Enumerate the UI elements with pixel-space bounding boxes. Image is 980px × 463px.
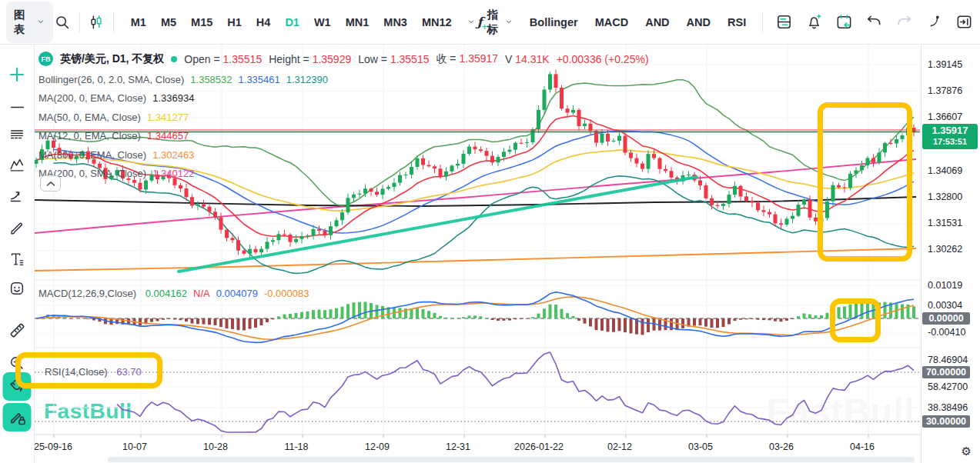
fx-icon: ƒ+	[477, 15, 483, 29]
pointer-tool-icon[interactable]	[924, 12, 944, 32]
macd-legend-value: N/A	[193, 288, 210, 299]
fastbull-logo-watermark: FastBull	[44, 399, 132, 424]
indicator-shortcut-rsi-4[interactable]: RSI	[727, 16, 746, 28]
legend-row-0[interactable]: Bollinger(26, 0, 2.0, SMA, Close)1.35853…	[38, 74, 328, 85]
search-icon[interactable]	[53, 12, 71, 32]
legend-row-1[interactable]: MA(200, 0, EMA, Close)1.336934	[38, 92, 194, 104]
pattern-tool-icon[interactable]	[4, 152, 30, 178]
indicator-shortcuts: BollingerMACDANDANDRSI	[521, 16, 754, 28]
chevron-up-icon	[46, 181, 55, 187]
channels-tool-icon[interactable]	[4, 122, 30, 148]
date-label: 2026-01-22	[514, 441, 564, 452]
ruler-tool-icon[interactable]	[4, 317, 30, 343]
axis-label: 0.01019	[928, 280, 962, 291]
legend-row-2[interactable]: MA(50, 0, EMA, Close)1.341277	[38, 112, 189, 123]
legend-row-3[interactable]: MA(12, 0, EMA, Close)1.344657	[38, 130, 189, 142]
timeframe-m1[interactable]: M1	[131, 16, 146, 28]
rsi-legend-name: RSI(14,Close)	[45, 366, 108, 378]
timeframe-h1[interactable]: H1	[227, 16, 242, 28]
axis-level-badge: 70.00000	[922, 366, 970, 378]
market-open-dot-icon	[171, 56, 177, 62]
toolbar-divider	[113, 12, 114, 32]
trend-arrow-tool-icon[interactable]	[4, 183, 30, 209]
date-label: 10-07	[122, 441, 147, 452]
chart-menu-label: 图表	[14, 8, 32, 37]
date-label: 11-18	[284, 441, 308, 452]
axis-level-badge: 30.00000	[922, 415, 970, 428]
rsi-legend[interactable]: RSI(14,Close) 63.70	[45, 366, 142, 378]
legend-value: 1.341277	[147, 112, 189, 123]
indicator-shortcut-macd-1[interactable]: MACD	[595, 16, 629, 28]
axis-label: 1.32800	[928, 192, 962, 202]
collapse-legend-button[interactable]	[40, 175, 61, 192]
horizontal-scrollbar[interactable]	[108, 457, 915, 462]
date-label: 03-26	[769, 441, 794, 452]
ohlc-field-1: Height = 1.35929	[269, 53, 351, 65]
macd-legend-value: 0.004079	[216, 288, 258, 299]
toolbar-divider	[762, 12, 763, 32]
undo-icon[interactable]	[864, 12, 884, 32]
legend-value: 1.340122	[152, 168, 194, 179]
legend-row-5[interactable]: MA(200, 0, SMA, Close)1.340122	[38, 168, 194, 179]
timeframe-w1[interactable]: W1	[314, 16, 331, 28]
panel-toggle-icon[interactable]	[954, 12, 974, 32]
toolbar-divider	[79, 12, 80, 32]
brush-lock-tool-icon[interactable]	[3, 403, 32, 431]
indicator-shortcut-and-2[interactable]: AND	[645, 16, 669, 28]
top-toolbar: 图表 M1M5M15H1H4D1W1MN1MN3MN12 ƒ+ 指标 Bolli…	[0, 0, 980, 45]
axis-settings-gear-icon[interactable]: ⚙	[962, 445, 972, 458]
chart-menu-button[interactable]: 图表	[6, 2, 53, 43]
magnet-tool-icon[interactable]	[3, 372, 32, 401]
timeframe-m5[interactable]: M5	[161, 16, 176, 28]
compare-icon[interactable]	[774, 12, 794, 32]
timeframe-mn12[interactable]: MN12	[422, 16, 452, 28]
date-label: 12-09	[365, 441, 390, 452]
axis-label: 1.30262	[928, 244, 962, 255]
ohlc-field-3: 收 = 1.35917	[436, 52, 498, 66]
date-label: 12-31	[446, 441, 470, 452]
date-label: 02-12	[607, 441, 632, 452]
axis-label: 1.36607	[928, 112, 962, 122]
symbol-title[interactable]: 英镑/美元, D1, 不复权	[60, 52, 164, 66]
highlight-annotation-1	[818, 102, 912, 261]
indicators-button[interactable]: ƒ+ 指标	[477, 8, 513, 37]
macd-legend-value: -0.000083	[264, 288, 309, 299]
timeframe-d1[interactable]: D1	[285, 16, 299, 28]
ohlc-field-4: V 14.31K	[505, 53, 550, 65]
indicator-shortcut-and-3[interactable]: AND	[687, 16, 711, 28]
price-axis[interactable]: ⚙ 1.391451.378761.366071.340691.328001.3…	[921, 45, 980, 463]
axis-level-badge: 0.00000	[922, 312, 970, 325]
candlestick-style-icon[interactable]	[88, 12, 105, 32]
emoji-tool-icon[interactable]	[4, 275, 30, 301]
alert-bell-icon[interactable]	[804, 12, 824, 32]
timeframe-mn1[interactable]: MN1	[346, 16, 370, 28]
legend-row-4[interactable]: MA(800, 0, EMA, Close)1.302463	[38, 149, 194, 161]
brush-tool-icon[interactable]	[4, 215, 30, 241]
calendar-icon[interactable]	[834, 12, 854, 32]
macd-legend[interactable]: MACD(12,26,9,Close) 0.004162N/A0.004079-…	[38, 288, 309, 299]
hline-tool-icon[interactable]	[4, 94, 30, 120]
timeframe-mn3[interactable]: MN3	[383, 16, 407, 28]
legend-value: 1.358532	[190, 74, 232, 85]
macd-legend-name: MACD(12,26,9,Close)	[38, 288, 136, 299]
timeframe-h4[interactable]: H4	[256, 16, 271, 28]
toolbar-icons	[774, 12, 974, 32]
legend-value: 1.344657	[147, 130, 189, 142]
indicator-shortcut-bollinger-0[interactable]: Bollinger	[530, 16, 578, 28]
add-icon[interactable]	[4, 62, 30, 88]
symbol-header: FB 英镑/美元, D1, 不复权 Open = 1.35515Height =…	[38, 52, 649, 66]
chevron-down-icon[interactable]	[467, 15, 476, 29]
highlight-annotation-2	[830, 298, 881, 342]
text-tool-icon[interactable]	[4, 246, 30, 272]
axis-label: 38.38496	[928, 402, 968, 413]
legend-value: 1.336934	[152, 92, 194, 104]
axis-label: 1.31531	[928, 218, 962, 228]
timeframe-m15[interactable]: M15	[191, 16, 212, 28]
rsi-legend-value: 63.70	[116, 366, 142, 378]
axis-label: 1.39145	[928, 59, 962, 70]
legend-value: 1.312390	[286, 74, 328, 85]
ohlc-field-0: Open = 1.35515	[184, 53, 262, 65]
redo-icon[interactable]	[894, 12, 914, 32]
axis-label: 1.34069	[928, 165, 962, 176]
macd-legend-value: 0.004162	[145, 288, 187, 299]
